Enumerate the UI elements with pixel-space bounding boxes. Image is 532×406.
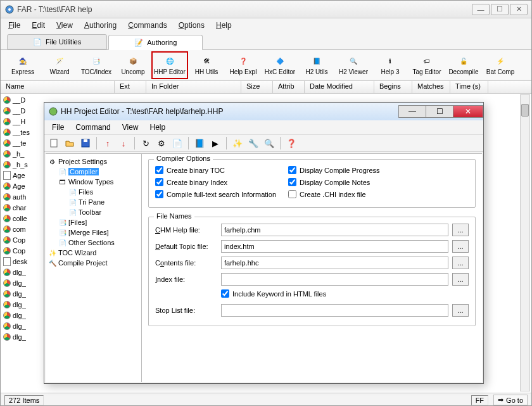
menu-file[interactable]: File [3,20,25,31]
save-icon[interactable] [79,136,92,150]
col-attrib[interactable]: Attrib [273,81,305,93]
col-size[interactable]: Size [241,81,273,93]
contents-input[interactable] [221,257,448,269]
tool2-icon[interactable]: 🔧 [246,136,260,150]
child-minimize-button[interactable]: — [398,105,426,118]
file-row[interactable]: Age [2,170,43,181]
toolbar-express[interactable]: 🧙Express [4,51,41,79]
file-row[interactable]: dlg_ [2,310,43,320]
vertical-scrollbar[interactable] [520,94,530,391]
tree-compile-project[interactable]: 🔨Compile Project [47,258,140,268]
menu-help[interactable]: Help [211,20,237,31]
chk-create-toc-input[interactable] [155,166,163,174]
toolbar-h2-viewer[interactable]: 🔍H2 Viewer [335,51,372,79]
tree-wt-files[interactable]: 📄Files [47,187,140,197]
file-row[interactable]: _h_ [2,148,43,159]
col-in-folder[interactable]: In Folder [146,81,241,93]
stop-browse-button[interactable]: ... [452,304,469,317]
file-row[interactable]: colle [2,213,43,224]
default-browse-button[interactable]: ... [452,240,469,253]
col-name[interactable]: Name [1,81,115,93]
tree-files-section[interactable]: 📑[Files] [47,217,140,227]
file-row[interactable]: desk [2,256,43,267]
maximize-button[interactable]: ☐ [491,4,509,15]
col-date-modified[interactable]: Date Modified [305,81,374,93]
file-row[interactable]: __D [2,105,43,116]
down-arrow-icon[interactable]: ↓ [117,136,130,150]
default-topic-input[interactable] [221,240,448,253]
col-begins[interactable]: Begins [374,81,412,93]
child-menu-command[interactable]: Command [70,122,115,133]
minimize-button[interactable]: — [472,4,490,15]
file-row[interactable]: dlg_ [2,277,43,288]
open-icon[interactable] [63,136,77,150]
tree-compiler[interactable]: 📄Compiler [47,167,140,177]
new-icon[interactable] [47,136,61,150]
binoculars-icon[interactable]: 🔍 [262,136,276,150]
chk-create-chi-input[interactable] [288,190,296,198]
file-row[interactable]: __D [2,94,43,105]
child-menu-view[interactable]: View [117,122,144,133]
chk-display-notes[interactable]: Display Compile Notes [288,178,421,186]
file-row[interactable]: Age [2,181,43,191]
menu-commands[interactable]: Commands [123,20,172,31]
tree-other-sections[interactable]: 📄Other Sections [47,238,140,248]
child-close-button[interactable]: ✕ [453,105,483,118]
file-row[interactable]: __tes [2,127,43,137]
file-row[interactable]: Cop [2,245,43,256]
file-row[interactable]: __te [2,137,43,148]
tab-file-utilities[interactable]: 📄 File Utilities [7,34,107,49]
file-row[interactable]: _h_s [2,159,43,170]
menu-view[interactable]: View [51,20,78,31]
toolbar-decompile[interactable]: 🔓Decompile [445,51,482,79]
tree-toc-wizard[interactable]: ✨TOC Wizard [47,248,140,258]
chk-display-progress[interactable]: Display Compile Progress [288,166,421,174]
doc-gear-icon[interactable]: 📄 [170,136,184,150]
toolbar-uncomp[interactable]: 📦Uncomp [115,51,151,79]
chk-compile-fts-input[interactable] [155,190,163,198]
toolbar-hh-utils[interactable]: 🛠HH Utils [188,51,225,79]
child-menu-file[interactable]: File [47,122,69,133]
menu-options[interactable]: Options [174,20,210,31]
chk-create-index-input[interactable] [155,178,163,186]
tree-window-types[interactable]: 🗔Window Types [47,177,140,187]
tab-authoring[interactable]: 📝 Authoring [108,35,203,50]
toolbar-hxc-editor[interactable]: 🔷HxC Editor [262,51,298,79]
toolbar-toc-index[interactable]: 📑TOC/Index [78,51,115,79]
up-arrow-icon[interactable]: ↑ [101,136,115,150]
menu-authoring[interactable]: Authoring [79,20,122,31]
tree-wt-tripane[interactable]: 📄Tri Pane [47,197,140,207]
stop-list-input[interactable] [221,304,448,317]
col-ext[interactable]: Ext [115,81,146,93]
scrollbar-thumb[interactable] [521,104,529,117]
chk-create-index[interactable]: Create binary Index [155,178,288,186]
file-row[interactable]: Cop [2,234,43,245]
file-row[interactable]: char [2,202,43,213]
goto-button[interactable]: ➡ Go to [493,395,528,405]
compile-icon[interactable]: 📘 [193,136,206,150]
toolbar-help-3[interactable]: ℹHelp 3 [372,51,408,79]
index-browse-button[interactable]: ... [452,273,469,286]
col-matches[interactable]: Matches [412,81,450,93]
file-row[interactable]: com [2,224,43,234]
chm-input[interactable] [221,224,448,236]
toolbar-wizard[interactable]: 🪄Wizard [41,51,78,79]
chk-create-chi[interactable]: Create .CHI index file [288,190,421,198]
chk-create-toc[interactable]: Create binary TOC [155,166,288,174]
child-menu-help[interactable]: Help [145,122,171,133]
toolbar-tag-editor[interactable]: 🏷Tag Editor [408,51,445,79]
chk-display-notes-input[interactable] [288,178,296,186]
help-icon[interactable]: ❓ [284,136,298,150]
file-row[interactable]: dlg_ [2,331,43,342]
menu-edit[interactable]: Edit [27,20,50,31]
run-icon[interactable]: ▶ [208,136,222,150]
child-maximize-button[interactable]: ☐ [426,105,453,118]
chk-compile-fts[interactable]: Compile full-text search Information [155,190,288,198]
col-time-s-[interactable]: Time (s) [450,81,488,93]
toolbar-bat-comp[interactable]: ⚡Bat Comp [482,51,519,79]
wizard-icon[interactable]: ✨ [231,136,244,150]
file-row[interactable]: auth [2,191,43,202]
file-row[interactable]: dlg_ [2,320,43,331]
file-row[interactable]: __H [2,116,43,127]
toolbar-h2-utils[interactable]: 📘H2 Utils [298,51,335,79]
